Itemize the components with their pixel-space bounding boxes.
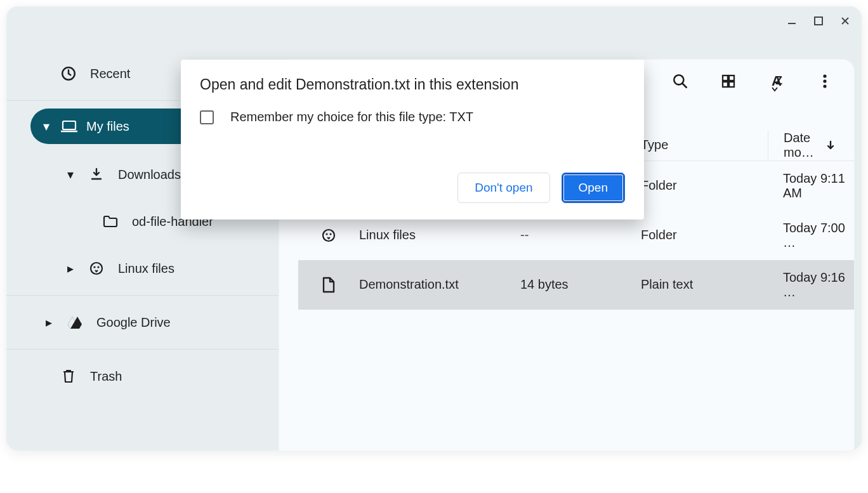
grid-view-icon[interactable]	[720, 72, 737, 90]
svg-rect-12	[723, 76, 728, 81]
table-row[interactable]: Demonstration.txt 14 bytes Plain text To…	[298, 260, 854, 310]
chevron-right-icon: ▸	[66, 261, 75, 276]
sidebar-label: Google Drive	[96, 315, 171, 330]
dont-open-button[interactable]: Don't open	[457, 173, 549, 203]
file-name: Demonstration.txt	[359, 277, 520, 292]
file-date: Today 9:11 AM	[768, 171, 854, 200]
files-app-window: Recent ▾ My files ▾ Downloads	[6, 6, 862, 450]
sidebar-label: Recent	[90, 67, 130, 81]
sidebar-label: Downloads	[118, 168, 181, 182]
column-date[interactable]: Date mo…	[768, 131, 836, 160]
search-icon[interactable]	[671, 72, 689, 90]
linux-icon	[298, 228, 359, 243]
remember-choice-row[interactable]: Remember my choice for this file type: T…	[200, 110, 625, 124]
svg-point-18	[823, 84, 826, 88]
sidebar-item-trash[interactable]: Trash	[6, 357, 279, 395]
open-file-dialog: Open and edit Demonstration.txt in this …	[181, 60, 644, 220]
sidebar-item-linux-files[interactable]: ▸ Linux files	[6, 249, 279, 287]
svg-point-16	[823, 74, 826, 77]
maximize-button[interactable]	[813, 16, 824, 26]
svg-rect-5	[63, 121, 76, 129]
file-type: Folder	[641, 228, 768, 242]
close-button[interactable]	[840, 16, 850, 26]
svg-rect-14	[723, 82, 728, 87]
file-size: 14 bytes	[520, 277, 641, 292]
folder-icon	[102, 214, 119, 228]
chevron-down-icon: ▾	[66, 167, 75, 182]
column-type[interactable]: Type	[641, 138, 768, 152]
clock-icon	[60, 65, 77, 82]
svg-point-9	[97, 266, 99, 268]
file-type: Folder	[641, 178, 768, 193]
svg-point-20	[326, 233, 327, 235]
sidebar-label: Trash	[90, 369, 122, 384]
svg-point-17	[823, 79, 826, 82]
file-type: Plain text	[641, 277, 768, 292]
chevron-right-icon: ▸	[44, 315, 53, 330]
sidebar-divider	[6, 349, 279, 350]
svg-point-8	[93, 266, 95, 268]
minimize-button[interactable]	[787, 16, 797, 26]
sidebar-label: My files	[86, 119, 129, 134]
sidebar-label: Linux files	[118, 261, 174, 276]
file-date: Today 9:16 …	[768, 270, 854, 299]
chevron-down-icon: ▾	[43, 119, 52, 134]
sort-arrow-down-icon	[825, 140, 836, 151]
file-size: --	[520, 228, 641, 242]
download-icon	[88, 167, 105, 182]
google-drive-icon	[66, 315, 84, 329]
svg-rect-13	[729, 76, 734, 81]
sidebar-item-google-drive[interactable]: ▸ Google Drive	[6, 303, 279, 341]
window-titlebar	[6, 6, 862, 36]
file-name: Linux files	[359, 228, 520, 242]
svg-point-21	[329, 233, 331, 235]
dialog-title: Open and edit Demonstration.txt in this …	[200, 76, 625, 93]
column-date-label: Date mo…	[784, 131, 819, 160]
open-button[interactable]: Open	[562, 173, 625, 203]
more-icon[interactable]	[816, 72, 834, 90]
trash-icon	[60, 369, 77, 384]
file-icon	[298, 277, 359, 293]
sort-icon[interactable]: AZ	[768, 72, 786, 90]
svg-rect-15	[729, 82, 734, 87]
checkbox-icon[interactable]	[200, 110, 214, 124]
svg-line-11	[682, 83, 687, 88]
dialog-buttons: Don't open Open	[457, 173, 625, 203]
remember-choice-label: Remember my choice for this file type: T…	[230, 110, 473, 124]
file-date: Today 7:00 …	[768, 221, 854, 250]
linux-icon	[88, 261, 105, 276]
sidebar-divider	[6, 295, 279, 296]
toolbar: AZ	[671, 72, 834, 90]
svg-rect-1	[815, 17, 822, 25]
laptop-icon	[61, 120, 77, 133]
